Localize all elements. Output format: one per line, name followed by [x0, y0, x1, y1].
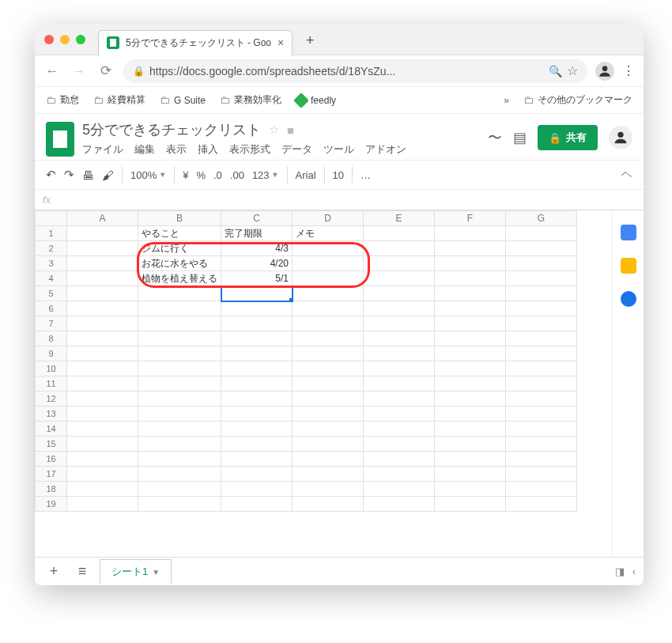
toolbar-more-button[interactable]: …	[361, 169, 372, 181]
cell[interactable]	[293, 271, 364, 286]
cell[interactable]	[364, 407, 435, 422]
cell[interactable]	[364, 331, 435, 346]
cell[interactable]	[67, 497, 138, 512]
cell[interactable]	[138, 391, 221, 407]
row-header[interactable]: 12	[36, 391, 67, 407]
cell[interactable]	[138, 316, 221, 331]
cell[interactable]	[221, 467, 293, 482]
cell[interactable]	[506, 497, 577, 512]
cell[interactable]	[221, 361, 293, 376]
cell[interactable]: 植物を植え替える	[138, 271, 221, 286]
sheets-logo[interactable]	[46, 122, 74, 157]
cell[interactable]	[364, 391, 435, 407]
cell[interactable]	[293, 422, 364, 437]
bookmark-item[interactable]: 🗀G Suite	[160, 94, 206, 106]
minimize-window-button[interactable]	[60, 35, 70, 44]
cell[interactable]	[435, 226, 506, 241]
back-button[interactable]: ←	[43, 63, 62, 79]
cell[interactable]	[221, 286, 293, 301]
cell[interactable]	[293, 256, 364, 271]
font-select[interactable]: Arial	[296, 169, 316, 181]
cell[interactable]	[67, 256, 138, 271]
profile-avatar[interactable]	[595, 62, 614, 81]
cell[interactable]	[67, 452, 138, 467]
row-header[interactable]: 16	[36, 452, 67, 467]
cell[interactable]	[221, 407, 293, 422]
paint-format-button[interactable]: 🖌	[102, 168, 114, 182]
cell[interactable]	[67, 301, 138, 316]
bookmark-item[interactable]: feedly	[296, 95, 336, 106]
cell[interactable]	[67, 407, 138, 422]
row-header[interactable]: 4	[36, 271, 67, 286]
cell[interactable]	[293, 482, 364, 497]
cell[interactable]	[293, 497, 364, 512]
cell[interactable]	[138, 497, 221, 512]
document-title[interactable]: 5分でできるチェックリスト	[82, 120, 261, 139]
column-header[interactable]: F	[435, 211, 506, 226]
cell[interactable]	[506, 361, 577, 376]
cell[interactable]	[435, 256, 506, 271]
cell[interactable]	[138, 452, 221, 467]
cell[interactable]	[435, 241, 506, 256]
row-header[interactable]: 2	[36, 241, 67, 256]
sheet-tab[interactable]: シート1 ▼	[100, 559, 172, 584]
cell[interactable]	[67, 316, 138, 331]
cell[interactable]	[435, 437, 506, 452]
cell[interactable]	[67, 467, 138, 482]
column-header[interactable]: G	[506, 211, 577, 226]
cell[interactable]: やること	[138, 226, 221, 241]
font-size-select[interactable]: 10	[333, 169, 344, 181]
cell[interactable]	[435, 422, 506, 437]
cell[interactable]	[293, 301, 364, 316]
cell[interactable]	[67, 482, 138, 497]
decrease-decimal-button[interactable]: .0	[213, 169, 222, 181]
cell[interactable]	[138, 346, 221, 361]
cell[interactable]	[138, 301, 221, 316]
close-tab-icon[interactable]: ×	[277, 36, 284, 49]
activity-icon[interactable]: 〜	[488, 128, 502, 147]
row-header[interactable]: 6	[36, 301, 67, 316]
cell[interactable]	[364, 452, 435, 467]
cell[interactable]	[221, 437, 293, 452]
cell[interactable]	[435, 331, 506, 346]
cell[interactable]	[506, 437, 577, 452]
cell[interactable]	[293, 286, 364, 301]
cell[interactable]	[293, 331, 364, 346]
cell[interactable]	[435, 482, 506, 497]
column-header[interactable]: A	[67, 211, 138, 226]
user-avatar[interactable]	[609, 126, 632, 149]
row-header[interactable]: 3	[36, 256, 67, 271]
cell[interactable]	[138, 437, 221, 452]
cell[interactable]	[67, 241, 138, 256]
column-header[interactable]: D	[293, 211, 364, 226]
menu-format[interactable]: 表示形式	[229, 142, 270, 157]
cell[interactable]	[138, 331, 221, 346]
row-header[interactable]: 14	[36, 422, 67, 437]
cell[interactable]: メモ	[293, 226, 364, 241]
cell[interactable]	[506, 467, 577, 482]
maximize-window-button[interactable]	[76, 35, 85, 44]
cell[interactable]	[138, 467, 221, 482]
row-header[interactable]: 7	[36, 316, 67, 331]
cell[interactable]	[506, 286, 577, 301]
browser-tab[interactable]: 5分でできるチェックリスト - Goo ×	[98, 30, 293, 55]
cell[interactable]: 4/3	[221, 241, 293, 256]
cell[interactable]	[435, 346, 506, 361]
cell[interactable]	[435, 271, 506, 286]
cell[interactable]	[364, 497, 435, 512]
cell[interactable]	[221, 376, 293, 391]
cell[interactable]	[67, 226, 138, 241]
cell[interactable]	[138, 422, 221, 437]
cell[interactable]	[293, 316, 364, 331]
cell[interactable]	[221, 482, 293, 497]
cell[interactable]	[221, 331, 293, 346]
column-header[interactable]: B	[138, 211, 221, 226]
row-header[interactable]: 17	[36, 467, 67, 482]
cell[interactable]	[67, 376, 138, 391]
cell[interactable]	[435, 407, 506, 422]
cell[interactable]	[364, 271, 435, 286]
menu-tools[interactable]: ツール	[323, 142, 354, 157]
cell[interactable]	[138, 286, 221, 301]
share-button[interactable]: 🔒 共有	[538, 125, 598, 150]
cell[interactable]	[364, 376, 435, 391]
